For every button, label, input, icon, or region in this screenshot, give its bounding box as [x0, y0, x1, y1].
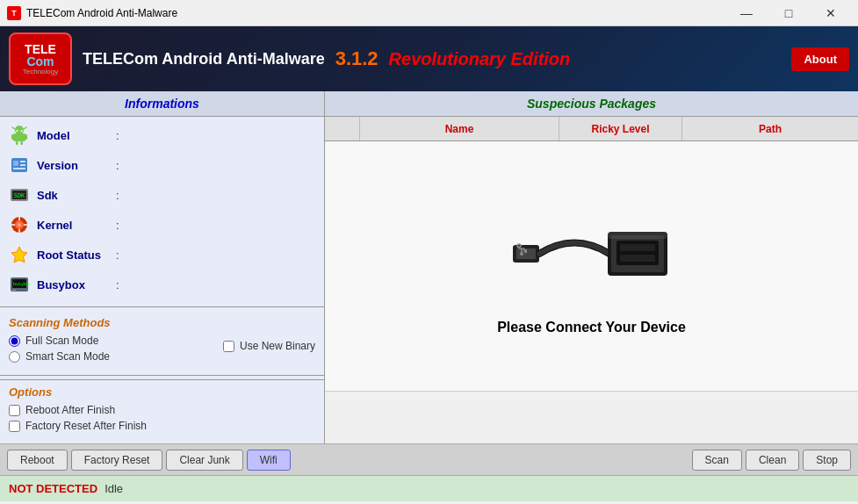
busybox-row: busybox Busybox :	[7, 270, 317, 299]
svg-point-7	[21, 130, 23, 132]
kernel-icon	[7, 212, 32, 237]
status-bar: NOT DETECTED Idle	[0, 475, 858, 501]
svg-rect-4	[16, 141, 18, 145]
model-label: Model	[37, 129, 116, 142]
android-icon	[7, 123, 32, 148]
bottom-right-buttons: Scan Clean Stop	[692, 450, 851, 471]
informations-header: Informations	[0, 91, 325, 116]
scanning-right: Use New Binary	[223, 335, 315, 352]
clear-junk-button[interactable]: Clear Junk	[166, 450, 242, 471]
svg-line-9	[24, 127, 26, 129]
sdk-icon: SDK	[7, 183, 32, 207]
kernel-row: Kernel :	[7, 210, 317, 240]
reboot-label: Reboot After Finish	[25, 404, 115, 416]
divider-2	[0, 375, 324, 376]
use-binary-label: Use New Binary	[240, 340, 315, 352]
reboot-button[interactable]: Reboot	[7, 450, 68, 471]
smart-scan-option: Smart Scan Mode	[9, 350, 223, 363]
svg-rect-5	[21, 141, 24, 145]
clean-button[interactable]: Clean	[746, 450, 799, 471]
options-section: Options Reboot After Finish Factory Rese…	[0, 379, 324, 441]
titlebar: T TELECom Android Anti-Malware — □ ✕	[0, 0, 858, 26]
svg-rect-38	[524, 249, 527, 253]
svg-rect-13	[20, 164, 25, 166]
root-status-colon: :	[116, 248, 130, 262]
status-idle: Idle	[105, 482, 123, 495]
svg-marker-25	[11, 247, 27, 263]
factory-reset-button[interactable]: Factory Reset	[71, 450, 163, 471]
svg-point-0	[15, 126, 24, 134]
logo-tele: TELE	[25, 43, 56, 55]
minimize-button[interactable]: —	[726, 0, 767, 26]
svg-rect-44	[608, 232, 667, 239]
svg-point-6	[17, 130, 18, 132]
factory-reset-option-row: Factory Reset After Finish	[9, 420, 315, 432]
titlebar-title: TELECom Android Anti-Malware	[26, 7, 726, 19]
reboot-option-row: Reboot After Finish	[9, 404, 315, 416]
reboot-checkbox[interactable]	[9, 405, 20, 416]
titlebar-buttons: — □ ✕	[726, 0, 851, 26]
svg-text:SDK: SDK	[14, 192, 25, 199]
model-row: Model :	[7, 120, 317, 150]
root-status-label: Root Status	[37, 248, 116, 262]
usb-cable-image	[504, 197, 680, 311]
busybox-icon: busybox	[7, 272, 32, 297]
svg-text:busybox: busybox	[13, 281, 29, 287]
busybox-colon: :	[116, 278, 130, 292]
version-label: Version	[37, 159, 116, 172]
sdk-colon: :	[116, 189, 130, 202]
app-title: TELECom Android Anti-Malware	[83, 50, 325, 68]
left-panel: Model : Version :	[0, 117, 325, 443]
full-scan-option: Full Scan Mode	[9, 335, 223, 347]
scan-button[interactable]: Scan	[692, 450, 742, 471]
wifi-button[interactable]: Wifi	[247, 450, 291, 471]
maximize-button[interactable]: □	[768, 0, 809, 26]
root-status-row: Root Status :	[7, 240, 317, 270]
svg-rect-3	[25, 134, 28, 140]
info-table: Model : Version :	[0, 117, 324, 303]
smart-scan-label: Smart Scan Mode	[25, 350, 110, 363]
close-button[interactable]: ✕	[811, 0, 851, 26]
full-scan-radio[interactable]	[9, 335, 20, 347]
full-scan-label: Full Scan Mode	[25, 335, 98, 347]
col-name: Name	[360, 117, 559, 140]
svg-rect-1	[13, 133, 25, 141]
right-panel: Name Ricky Level Path	[325, 117, 858, 443]
logo-com: Com	[26, 55, 54, 68]
stop-button[interactable]: Stop	[803, 450, 851, 471]
connect-device-text: Please Connect Your Device	[497, 320, 686, 335]
use-binary-checkbox[interactable]	[223, 341, 234, 352]
app-icon: T	[7, 6, 21, 20]
model-colon: :	[116, 129, 130, 142]
version-icon	[7, 153, 32, 177]
svg-rect-11	[13, 161, 18, 166]
factory-reset-checkbox[interactable]	[9, 421, 20, 432]
main-content: Model : Version :	[0, 117, 858, 443]
app-edition: Revolutionary Edition	[389, 49, 571, 69]
scanning-row: Full Scan Mode Smart Scan Mode Use New B…	[9, 335, 315, 366]
about-button[interactable]: About	[791, 47, 849, 71]
svg-rect-43	[620, 255, 655, 262]
status-not-detected: NOT DETECTED	[9, 482, 97, 495]
col-check	[325, 117, 360, 140]
smart-scan-radio[interactable]	[9, 351, 20, 363]
svg-rect-14	[13, 168, 25, 169]
app-version: 3.1.2	[335, 47, 379, 70]
sdk-row: SDK Sdk :	[7, 180, 317, 210]
scanning-section: Scanning Methods Full Scan Mode Smart Sc…	[0, 311, 324, 371]
svg-point-20	[18, 223, 21, 227]
svg-line-8	[12, 127, 15, 129]
use-binary-row: Use New Binary	[223, 340, 315, 352]
kernel-label: Kernel	[37, 219, 116, 232]
version-row: Version :	[7, 150, 317, 180]
packages-header: Suspecious Packages	[325, 91, 858, 116]
factory-reset-label: Factory Reset After Finish	[25, 420, 147, 432]
divider-1	[0, 306, 324, 307]
scanning-left: Full Scan Mode Smart Scan Mode	[9, 335, 223, 366]
svg-point-32	[520, 252, 523, 256]
log-area	[325, 391, 858, 443]
bottom-bar: Reboot Factory Reset Clear Junk Wifi Sca…	[0, 443, 858, 475]
options-title: Options	[9, 385, 315, 399]
root-icon	[7, 242, 32, 267]
scanning-title: Scanning Methods	[9, 316, 315, 329]
